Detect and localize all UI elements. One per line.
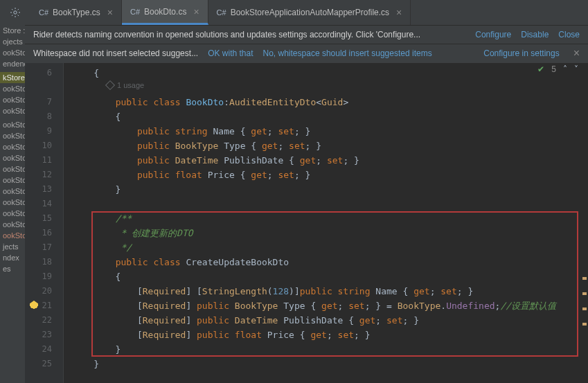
solution-item[interactable]: ookSto [0,130,25,141]
line-number: 6 [25,66,63,80]
code-line[interactable]: * 创建更新的DTO [64,226,588,240]
svg-point-0 [14,11,17,14]
solution-item[interactable]: ookSto [0,152,25,163]
code-line[interactable] [64,197,588,211]
solution-item[interactable]: ookSto [0,197,25,208]
code-line[interactable]: public BookType Type { get; set; } [64,139,588,153]
solution-item[interactable]: Store : T [0,25,25,36]
code-line[interactable]: [Required] public float Price { get; set… [64,328,588,342]
check-icon: ✔ [537,64,544,74]
solution-item[interactable]: ookStore [0,94,25,105]
solution-item[interactable]: ojects [0,36,25,47]
code-line[interactable]: public DateTime PublishDate { get; set; … [64,153,588,168]
chevron-down-icon[interactable]: ˅ [574,64,578,74]
tab-booktypecs[interactable]: C#BookType.cs× [30,0,122,25]
tab-bookdtocs[interactable]: C#BookDto.cs× [122,0,208,25]
line-number: 13 [25,182,63,197]
configure-in-settings-link[interactable]: Configure in settings [483,48,559,58]
line-number: 21 [25,299,63,313]
code-line[interactable]: } [64,357,588,371]
code-area[interactable]: 1 usage { public class BookDto:AuditedEn… [64,63,588,383]
solution-item[interactable]: endenc [0,58,25,69]
solution-item[interactable]: ookStore [0,83,25,94]
tab-bookstoreapplicationautomapperprofilecs[interactable]: C#BookStoreApplicationAutoMapperProfile.… [208,0,411,25]
close-icon[interactable]: × [193,7,199,17]
line-number: 22 [25,313,63,328]
inspection-status[interactable]: ✔ 5 ˄ ˅ [537,64,578,74]
disable-link[interactable]: Disable [521,30,549,39]
code-line[interactable]: public class CreateUpdateBookDto [64,255,588,269]
marker[interactable] [582,277,587,280]
error-stripe[interactable] [580,62,587,383]
solution-item[interactable]: ookStore [0,105,25,116]
solution-item[interactable]: jects [0,241,25,252]
code-line[interactable]: { [64,109,588,124]
line-number-gutter: 6 78910111213141516171819202122232425 [25,63,64,383]
code-line[interactable]: [Required] [StringLength(128)]public str… [64,284,588,299]
solution-item[interactable]: ookSto [0,47,25,58]
marker[interactable] [582,323,587,326]
naming-convention-banner: Rider detects naming convention in opene… [0,25,588,44]
solution-item[interactable]: ookSto [0,219,25,230]
tab-label: BookType.cs [53,8,100,17]
solution-item[interactable]: ookSto [0,230,25,241]
problem-count: 5 [551,64,556,74]
solution-item[interactable]: ndex [0,252,25,263]
code-line[interactable]: [Required] public BookType Type { get; s… [64,299,588,313]
csharp-file-icon: C# [39,8,48,17]
line-number: 8 [25,109,63,124]
close-link[interactable]: Close [558,30,580,39]
line-number: 16 [25,226,63,240]
code-line[interactable]: } [64,342,588,357]
line-number: 11 [25,153,63,168]
code-line[interactable]: public class BookDto:AuditedEntityDto<Gu… [64,95,588,109]
line-number: 17 [25,240,63,255]
csharp-file-icon: C# [217,8,226,17]
solution-item[interactable]: ookSto [0,208,25,219]
line-number: 25 [25,357,63,371]
code-line[interactable]: { [64,269,588,284]
solution-item[interactable]: kStore [0,72,25,83]
solution-item[interactable]: ookSto [0,186,25,197]
code-line[interactable]: /** [64,211,588,226]
code-editor[interactable]: 6 78910111213141516171819202122232425 1 … [25,62,588,383]
line-number: 18 [25,255,63,269]
configure-link[interactable]: Configure [475,30,511,39]
line-number: 12 [25,168,63,182]
line-number: 15 [25,211,63,226]
solution-item[interactable]: ookSto [0,119,25,130]
tab-label: BookDto.cs [144,7,186,17]
reference-icon [105,80,115,90]
line-number: 7 [25,95,63,109]
code-line[interactable]: */ [64,240,588,255]
banner-message: Whitespace did not insert selected sugge… [33,48,198,58]
code-line[interactable]: public float Price { get; set; } [64,168,588,182]
solution-item[interactable]: ookSto [0,141,25,152]
close-icon[interactable]: × [396,8,402,17]
close-icon[interactable]: × [573,47,580,60]
solution-item[interactable]: ookSto [0,163,25,175]
code-line[interactable]: } [64,182,588,197]
chevron-up-icon[interactable]: ˄ [563,64,567,74]
solution-explorer-strip[interactable]: Store : TojectsookStoendenckStoreookStor… [0,25,25,383]
code-line[interactable]: [Required] public DateTime PublishDate {… [64,313,588,328]
gear-icon[interactable] [4,0,26,25]
ok-with-that-link[interactable]: OK with that [208,48,253,58]
line-number: 23 [25,328,63,342]
line-number: 24 [25,342,63,357]
code-line[interactable]: public string Name { get; set; } [64,124,588,139]
marker[interactable] [582,292,587,295]
solution-item[interactable]: es [0,263,25,274]
code-lens-usages[interactable]: 1 usage [107,81,144,89]
no-whitespace-link[interactable]: No, whitespace should insert suggested i… [263,48,432,58]
marker[interactable] [582,308,587,310]
solution-item[interactable]: ookSto [0,175,25,186]
line-number: 9 [25,124,63,139]
tab-label: BookStoreApplicationAutoMapperProfile.cs [231,8,389,17]
csharp-file-icon: C# [130,8,140,16]
line-number: 19 [25,269,63,284]
line-number: 10 [25,139,63,153]
close-icon[interactable]: × [107,8,113,17]
whitespace-banner: Whitespace did not insert selected sugge… [0,44,588,62]
code-line[interactable]: { [64,66,588,80]
